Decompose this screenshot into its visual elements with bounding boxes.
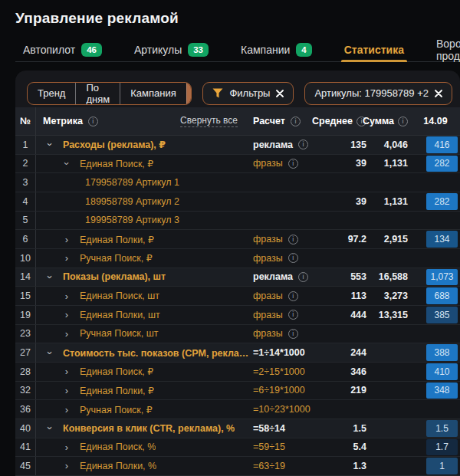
calc-value: =59÷15 xyxy=(253,442,285,452)
info-icon[interactable]: i xyxy=(288,159,298,169)
metric-name[interactable]: Единая Поиск, ₽ xyxy=(80,366,153,377)
metric-cell: › Единая Полки, ₽ xyxy=(36,230,253,248)
metric-cell: › Конверсия в клик (CTR, реклама), % xyxy=(36,419,253,438)
chevron-icon[interactable]: › xyxy=(45,424,55,433)
metric-name[interactable]: 189958789 Артикул 2 xyxy=(85,196,179,207)
metric-cell: › Единая Поиск, ₽ xyxy=(36,363,253,381)
table-row: 15 › Единая Поиск, шт фразы i 113 3,273 … xyxy=(15,287,460,306)
calc-cell: =1÷14*1000 xyxy=(253,347,330,358)
articles-filter-chip[interactable]: Артикулы: 179958789 +2 xyxy=(304,82,452,105)
metric-name[interactable]: Стоимость тыс. показов (CPM, реклама), ₽ xyxy=(63,347,253,359)
metric-name[interactable]: Показы (реклама), шт xyxy=(63,271,166,282)
metric-name[interactable]: 179958789 Артикул 1 xyxy=(85,177,179,188)
tab-statistics[interactable]: Статистика xyxy=(344,38,404,61)
info-icon[interactable]: i xyxy=(288,329,298,339)
sum-value: 4,046 xyxy=(368,140,411,150)
date-value: 1,073 xyxy=(426,269,458,286)
metric-name[interactable]: Единая Полки, ₽ xyxy=(80,234,154,245)
metric-cell: › Ручная Поиск, ₽ xyxy=(36,400,253,419)
close-icon[interactable] xyxy=(276,90,284,97)
metric-name[interactable]: Единая Поиск, ₽ xyxy=(80,158,153,169)
close-icon[interactable] xyxy=(435,90,442,97)
calc-cell: =58÷14 xyxy=(253,423,330,434)
chevron-icon[interactable]: › xyxy=(62,329,71,339)
metric-name[interactable]: 199958789 Артикул 3 xyxy=(85,215,179,225)
chevron-icon[interactable]: › xyxy=(62,310,71,320)
chevron-icon[interactable]: › xyxy=(62,235,71,245)
calc-value: =6÷19*1000 xyxy=(253,385,305,396)
metric-cell: › Единая Полки, ₽ xyxy=(36,382,253,400)
date-cell xyxy=(411,173,460,192)
calc-value: фразы xyxy=(253,253,283,264)
chevron-icon[interactable]: › xyxy=(62,386,71,396)
date-cell xyxy=(411,400,460,419)
date-cell: 348 xyxy=(411,382,460,400)
row-number: 10 xyxy=(15,249,36,268)
chevron-icon[interactable]: › xyxy=(62,461,71,471)
info-icon[interactable]: i xyxy=(398,117,408,126)
chevron-icon[interactable]: › xyxy=(45,272,55,281)
metric-name[interactable]: Единая Полки, ₽ xyxy=(80,385,154,396)
chevron-icon[interactable]: › xyxy=(45,348,55,357)
row-number: 36 xyxy=(15,400,36,419)
chevron-icon[interactable]: › xyxy=(62,159,72,168)
calc-cell: фразы i xyxy=(253,234,330,245)
info-icon[interactable]: i xyxy=(288,310,298,320)
tab-articles[interactable]: Артикулы 33 xyxy=(134,38,209,61)
date-value: 1 xyxy=(426,458,458,474)
metric-name[interactable]: Единая Полки, шт xyxy=(80,310,160,320)
filters-button[interactable]: Фильтры xyxy=(202,82,294,105)
metric-name[interactable]: Ручная Поиск, ₽ xyxy=(80,404,153,415)
info-icon[interactable]: i xyxy=(288,235,298,245)
sum-value: 3,273 xyxy=(368,291,411,301)
metric-name[interactable]: Конверсия в клик (CTR, реклама), % xyxy=(63,423,235,434)
metric-name[interactable]: Единая Полки, % xyxy=(80,461,156,471)
date-cell: 282 xyxy=(411,192,460,211)
calc-cell: фразы i xyxy=(253,158,330,169)
date-cell: 388 xyxy=(411,343,460,362)
segment-by-days[interactable]: По дням xyxy=(75,83,120,104)
calc-cell: фразы i xyxy=(253,291,330,301)
info-icon[interactable]: i xyxy=(291,117,301,126)
table-row: 23 › Ручная Поиск, шт фразы i xyxy=(15,325,460,344)
metric-cell: › Расходы (реклама), ₽ xyxy=(36,136,253,154)
info-icon[interactable]: i xyxy=(88,117,98,126)
row-number: 41 xyxy=(15,438,36,457)
info-icon[interactable]: i xyxy=(298,272,308,282)
tab-label: Воронка продаж xyxy=(436,38,460,62)
tab-campaigns[interactable]: Кампании 4 xyxy=(241,38,312,61)
metric-cell: › Единая Поиск, ₽ xyxy=(36,155,253,173)
table-row: 10 › Ручная Поиск, ₽ фразы i xyxy=(15,249,460,268)
collapse-all-button[interactable]: Свернуть все xyxy=(180,115,238,127)
chevron-icon[interactable]: › xyxy=(62,366,71,376)
info-icon[interactable]: i xyxy=(288,291,298,301)
metric-name[interactable]: Расходы (реклама), ₽ xyxy=(63,139,166,150)
info-icon[interactable]: i xyxy=(298,140,308,149)
metric-name[interactable]: Ручная Поиск, шт xyxy=(80,328,159,339)
date-cell: 134 xyxy=(411,230,460,248)
tab-label: Автопилот xyxy=(23,44,75,56)
metric-name[interactable]: Ручная Поиск, ₽ xyxy=(80,252,153,264)
chevron-icon[interactable]: › xyxy=(62,291,71,301)
table-row: 6 › Единая Полки, ₽ фразы i 97.2 2,915 1… xyxy=(15,230,460,249)
segment-trend[interactable]: Тренд xyxy=(28,83,75,104)
chevron-icon[interactable]: › xyxy=(62,405,71,415)
chevron-icon[interactable]: › xyxy=(62,253,71,263)
table-row: 1 › Расходы (реклама), ₽ реклама i 135 4… xyxy=(15,136,460,155)
calc-value: фразы xyxy=(253,158,283,169)
segment-article[interactable]: Артикул PRO xyxy=(186,83,192,104)
header-average-label: Среднее xyxy=(312,116,353,126)
row-number: 3 xyxy=(15,173,36,192)
chevron-icon[interactable]: › xyxy=(45,140,55,149)
metric-name[interactable]: Единая Поиск, шт xyxy=(80,291,159,301)
tab-autopilot[interactable]: Автопилот 46 xyxy=(23,38,102,61)
metric-name[interactable]: Единая Поиск, % xyxy=(80,442,156,452)
segment-campaign[interactable]: Кампания xyxy=(120,83,186,104)
header-sum: Сумма i xyxy=(368,116,411,126)
calc-value: =2÷15*1000 xyxy=(253,366,305,377)
chevron-icon[interactable]: › xyxy=(62,442,71,452)
info-icon[interactable]: i xyxy=(288,253,298,263)
average-value: 113 xyxy=(330,291,368,301)
date-value: 416 xyxy=(426,136,458,153)
tab-sales-funnel[interactable]: Воронка продаж xyxy=(436,38,460,61)
